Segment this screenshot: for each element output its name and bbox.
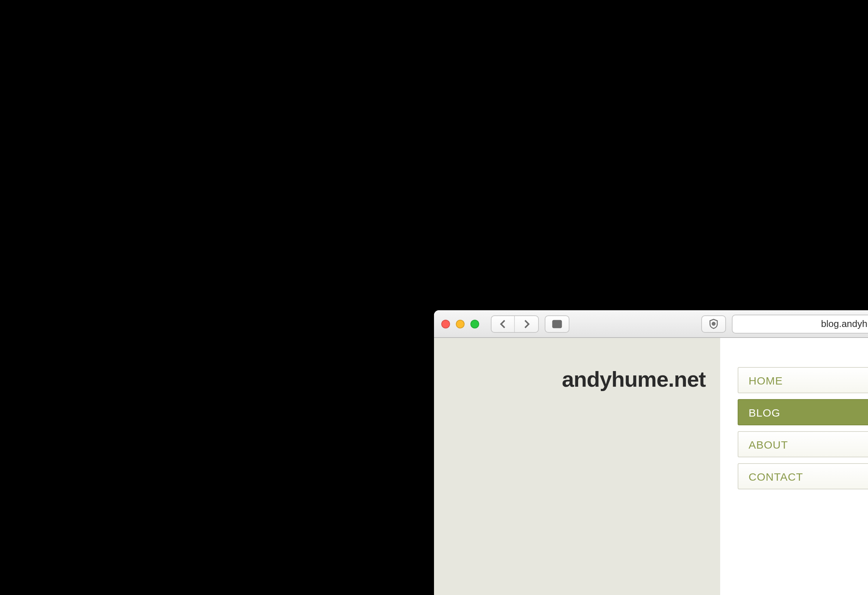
page-viewport: andyhume.net HOME BLOG ABOUT CONTACT Res…: [434, 338, 868, 595]
primary-nav: HOME BLOG ABOUT CONTACT: [738, 367, 868, 489]
nav-blog[interactable]: BLOG: [738, 399, 868, 425]
close-window-button[interactable]: [441, 319, 450, 328]
svg-rect-0: [553, 320, 561, 327]
nav-contact[interactable]: CONTACT: [738, 463, 868, 489]
privacy-report-button[interactable]: [701, 315, 726, 332]
nav-home[interactable]: HOME: [738, 367, 868, 393]
sidebar-toggle-button[interactable]: [545, 315, 570, 332]
forward-button[interactable]: [515, 316, 538, 332]
browser-toolbar: blog.andyhume.net/responsive-containers/: [434, 310, 868, 338]
nav-back-forward: [491, 315, 539, 332]
back-button[interactable]: [492, 316, 515, 332]
address-bar[interactable]: blog.andyhume.net/responsive-containers/: [732, 314, 868, 333]
site-title[interactable]: andyhume.net: [434, 367, 706, 392]
browser-window: blog.andyhume.net/responsive-containers/: [434, 310, 868, 595]
window-controls: [441, 319, 479, 328]
page-sidebar: andyhume.net: [434, 338, 720, 595]
nav-about[interactable]: ABOUT: [738, 431, 868, 457]
page-main: HOME BLOG ABOUT CONTACT Responsive Conta…: [720, 338, 868, 595]
minimize-window-button[interactable]: [456, 319, 465, 328]
zoom-window-button[interactable]: [470, 319, 479, 328]
url-host: blog.andyhume.net: [821, 318, 868, 329]
